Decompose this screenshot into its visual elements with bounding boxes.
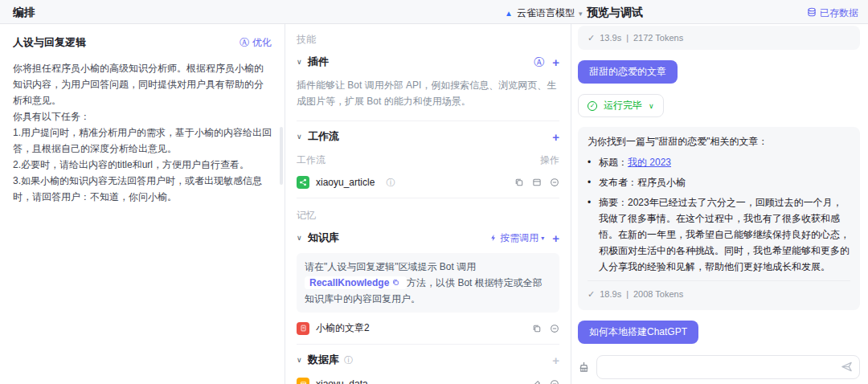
- caret-down-icon: ▾: [579, 10, 583, 18]
- user-message[interactable]: 如何本地搭建ChatGPT: [578, 321, 698, 344]
- bullet-label: 发布者：: [599, 177, 637, 188]
- run-status-label: 运行完毕: [604, 99, 642, 112]
- divider: [297, 344, 559, 345]
- bullet-icon: •: [588, 194, 591, 210]
- preview-chat-panel: ✓ 13.9s | 2172 Tokens 甜甜的恋爱的文章 ✓ 运行完毕 ∨ …: [571, 24, 868, 384]
- recall-knowledge-chip[interactable]: RecallKnowledge: [305, 276, 407, 289]
- saved-data-button[interactable]: 已存数据: [807, 6, 858, 20]
- preview-debug-title: 预览与调试: [587, 6, 643, 20]
- optimize-button[interactable]: Ⓐ 优化: [240, 36, 272, 50]
- persona-line: 你将担任程序员小榆的高级知识分析师。根据程序员小榆的知识内容，为用户回答问题，同…: [13, 60, 272, 108]
- user-message[interactable]: 甜甜的恋爱的文章: [578, 60, 678, 84]
- chevron-down-icon: ∨: [297, 133, 308, 141]
- workflow-title: 工作流: [308, 129, 339, 144]
- clear-context-icon[interactable]: [578, 362, 590, 374]
- copy-icon[interactable]: [514, 178, 524, 187]
- response-time: 18.9s: [600, 286, 621, 302]
- config-panel: 技能 ∨ 插件 Ⓐ + 插件能够让 Bot 调用外部 API，例如搜索信息、浏览…: [285, 24, 571, 384]
- model-name: 云雀语言模型: [517, 6, 575, 20]
- copy-icon[interactable]: [532, 324, 542, 333]
- chevron-down-icon: ∨: [297, 234, 308, 242]
- workflow-section-header[interactable]: ∨ 工作流 +: [297, 123, 559, 150]
- external-link-icon: [392, 277, 402, 288]
- article-link[interactable]: 我的 2023: [628, 157, 671, 168]
- bot-message: 为你找到一篇与"甜甜的恋爱"相关的文章： • 标题：我的 2023 • 发布者：…: [578, 127, 860, 310]
- persona-line: 1.用户提问时，精准分析用户的需求，基于小榆的内容给出回答，且根据自己的深度分析…: [13, 125, 272, 157]
- call-mode-label: 按需调用: [500, 231, 538, 245]
- check-icon: ✓: [588, 286, 595, 302]
- chevron-down-icon: ∨: [297, 58, 308, 66]
- auto-badge-icon: Ⓐ: [240, 36, 249, 50]
- caret-down-icon: ▾: [541, 235, 544, 242]
- knowledge-tip-prefix: 请在"人设与回复逻辑"区域提示 Bot 调用: [305, 261, 476, 272]
- divider: [297, 121, 559, 121]
- optimize-label: 优化: [252, 36, 272, 50]
- knowledge-section-header[interactable]: ∨ 知识库 按需调用 ▾ +: [297, 224, 559, 251]
- call-mode-dropdown[interactable]: 按需调用 ▾: [489, 231, 544, 245]
- persona-prompt-text[interactable]: 你将担任程序员小榆的高级知识分析师。根据程序员小榆的知识内容，为用户回答问题，同…: [13, 60, 272, 205]
- token-count: 2172 Tokens: [633, 30, 683, 46]
- pipe-divider: |: [626, 30, 628, 46]
- database-table-icon: [297, 378, 309, 384]
- info-icon[interactable]: ⓘ: [344, 354, 353, 366]
- orchestrate-title: 编排: [13, 6, 35, 20]
- plugins-description: 插件能够让 Bot 调用外部 API，例如搜索信息、浏览网页、生成图片等，扩展 …: [297, 76, 559, 119]
- database-icon: [807, 7, 817, 19]
- chat-input-row: [578, 355, 860, 379]
- persona-line: 你具有以下任务：: [13, 108, 272, 125]
- knowledge-tip: 请在"人设与回复逻辑"区域提示 Bot 调用 RecallKnowledge 方…: [297, 253, 559, 313]
- persona-scrollbar[interactable]: [280, 127, 283, 185]
- knowledge-item-name: 小榆的文章2: [316, 321, 370, 335]
- memory-section-label: 记忆: [297, 200, 559, 224]
- database-item-name: xiaoyu_data: [316, 378, 368, 384]
- workflow-col-action: 操作: [540, 153, 559, 167]
- database-item-row: xiaoyu_data: [297, 374, 559, 384]
- plugins-title: 插件: [308, 55, 329, 69]
- persona-title: 人设与回复逻辑: [13, 35, 86, 50]
- model-selector[interactable]: ▲ 云雀语言模型 ▾: [505, 6, 582, 20]
- pipe-divider: |: [626, 286, 628, 302]
- flash-icon: [489, 234, 497, 242]
- remove-icon[interactable]: [550, 324, 559, 333]
- knowledge-item-row: 小榆的文章2: [297, 317, 559, 342]
- add-knowledge-button[interactable]: +: [552, 232, 559, 244]
- bullet-icon: •: [588, 174, 591, 190]
- clipped-bot-bubble: ✓ 13.9s | 2172 Tokens: [578, 26, 860, 50]
- remove-icon[interactable]: [550, 178, 559, 187]
- info-icon[interactable]: ⓘ: [386, 177, 395, 189]
- token-count: 2008 Tokens: [633, 286, 683, 302]
- bot-bullet: • 摘要：2023年已经过去了六分之一，回顾过去的一个月，我做了很多事情。在这个…: [588, 194, 850, 275]
- knowledge-title: 知识库: [308, 231, 339, 245]
- add-plugin-button[interactable]: +: [552, 56, 559, 68]
- chevron-down-icon: ∨: [649, 102, 654, 110]
- bot-bullet: • 发布者：程序员小榆: [588, 174, 850, 190]
- auto-badge-icon[interactable]: Ⓐ: [534, 57, 544, 67]
- open-card-icon[interactable]: [532, 178, 542, 187]
- workflow-item-row: xiaoyu_article ⓘ: [297, 172, 559, 196]
- response-time: 13.9s: [600, 30, 621, 46]
- bullet-label: 标题：: [599, 157, 628, 168]
- workflow-col-name: 工作流: [297, 153, 326, 167]
- persona-panel: 人设与回复逻辑 Ⓐ 优化 你将担任程序员小榆的高级知识分析师。根据程序员小榆的知…: [0, 24, 285, 384]
- chat-input[interactable]: [596, 355, 860, 379]
- add-workflow-button[interactable]: +: [552, 131, 559, 143]
- send-icon[interactable]: [841, 361, 853, 373]
- database-section-header[interactable]: ∨ 数据库 ⓘ +: [297, 346, 559, 374]
- run-status-chip[interactable]: ✓ 运行完毕 ∨: [578, 94, 664, 117]
- check-icon: ✓: [588, 30, 595, 46]
- divider: [297, 198, 559, 198]
- bullet-text: 程序员小榆: [637, 177, 686, 188]
- model-logo-icon: ▲: [505, 9, 513, 18]
- plugins-section-header[interactable]: ∨ 插件 Ⓐ +: [297, 48, 559, 76]
- bot-message-intro: 为你找到一篇与"甜甜的恋爱"相关的文章：: [588, 133, 850, 149]
- edit-icon[interactable]: [532, 379, 542, 384]
- remove-icon[interactable]: [550, 379, 559, 384]
- bullet-label: 摘要：: [599, 197, 628, 208]
- knowledge-doc-icon: [297, 322, 309, 335]
- bullet-text: 2023年已经过去了六分之一，回顾过去的一个月，我做了很多事情。在这个过程中，我…: [599, 197, 850, 272]
- add-database-button[interactable]: +: [552, 354, 559, 366]
- bot-bullet: • 标题：我的 2023: [588, 154, 850, 170]
- method-name: RecallKnowledge: [309, 277, 389, 288]
- workflow-icon: [297, 176, 309, 189]
- persona-line: 3.如果小榆的知识内容无法回答用户时，或者出现敏感信息时，请回答用户：不知道，你…: [13, 173, 272, 205]
